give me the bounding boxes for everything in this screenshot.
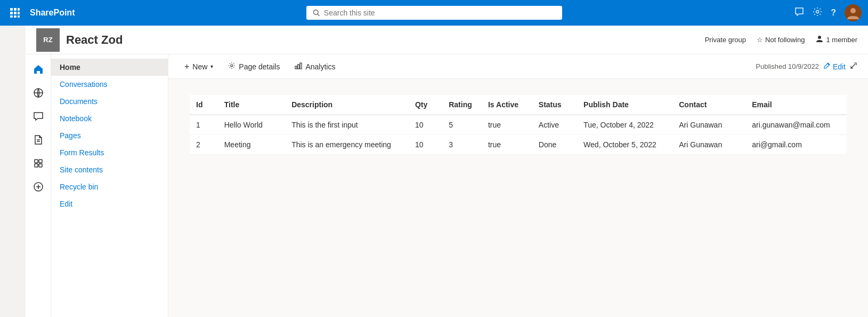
left-nav: Home Conversations Documents Notebook Pa…: [51, 54, 168, 317]
col-header-email: Email: [745, 95, 847, 115]
person-icon: [815, 35, 824, 45]
pencil-icon: [823, 62, 831, 71]
analytics-button[interactable]: Analytics: [289, 59, 340, 74]
page-toolbar: + New ▾ Page details: [168, 54, 868, 79]
table-row: 1Hello WorldThis is the first input105tr…: [190, 115, 847, 135]
svg-rect-19: [39, 160, 42, 163]
left-rail: [26, 54, 51, 317]
avatar[interactable]: [845, 4, 862, 21]
not-following-label: Not following: [765, 36, 805, 44]
private-group-label: Private group: [705, 36, 746, 44]
edit-label: Edit: [833, 62, 846, 71]
col-header-rating: Rating: [442, 95, 482, 115]
site-meta: Private group ☆ Not following 1 member: [705, 35, 857, 45]
nav-item-home[interactable]: Home: [51, 59, 168, 76]
svg-rect-5: [18, 12, 20, 14]
rail-layers-icon[interactable]: [28, 153, 49, 174]
data-table: Id Title Description Qty Rating Is Activ…: [190, 95, 847, 155]
col-header-qty: Qty: [409, 95, 442, 115]
content-area: Home Conversations Documents Notebook Pa…: [26, 54, 868, 317]
svg-rect-3: [10, 12, 13, 14]
svg-rect-8: [18, 15, 20, 18]
top-bar: SharePoint ?: [0, 0, 868, 26]
grid-icon[interactable]: [6, 8, 23, 18]
site-title: React Zod: [66, 33, 123, 47]
nav-item-recycle-bin[interactable]: Recycle bin: [51, 178, 168, 195]
page-content: + New ▾ Page details: [168, 54, 868, 317]
search-bar[interactable]: [306, 6, 562, 20]
svg-line-10: [318, 14, 319, 15]
svg-rect-28: [300, 63, 302, 69]
col-header-title: Title: [218, 95, 285, 115]
member-count[interactable]: 1 member: [815, 35, 857, 45]
plus-icon: +: [184, 62, 189, 72]
svg-point-25: [231, 65, 233, 67]
svg-rect-7: [14, 15, 17, 18]
new-button[interactable]: + New ▾: [179, 59, 218, 75]
nav-item-notebook[interactable]: Notebook: [51, 110, 168, 127]
svg-rect-21: [39, 164, 42, 167]
app-logo: SharePoint: [30, 8, 75, 18]
nav-item-documents[interactable]: Documents: [51, 93, 168, 110]
site-header: RZ React Zod Private group ☆ Not followi…: [26, 26, 868, 54]
svg-point-14: [818, 36, 821, 39]
rail-globe-icon[interactable]: [28, 82, 49, 104]
not-following-button[interactable]: ☆ Not following: [757, 36, 805, 44]
expand-button[interactable]: [850, 62, 857, 72]
col-header-contact: Contact: [672, 95, 745, 115]
nav-item-site-contents[interactable]: Site contents: [51, 161, 168, 178]
svg-rect-18: [35, 160, 38, 163]
svg-rect-0: [10, 8, 13, 11]
rail-home-icon[interactable]: [28, 59, 49, 80]
page-details-button[interactable]: Page details: [223, 59, 285, 74]
svg-rect-1: [14, 8, 17, 11]
rail-document-icon[interactable]: [28, 129, 49, 150]
svg-rect-26: [295, 66, 297, 69]
gear-icon: [228, 62, 236, 71]
col-header-id: Id: [190, 95, 218, 115]
svg-rect-2: [18, 8, 20, 11]
svg-rect-20: [35, 164, 38, 167]
star-icon: ☆: [757, 36, 763, 44]
svg-point-13: [850, 8, 856, 13]
nav-item-edit[interactable]: Edit: [51, 195, 168, 212]
nav-item-form-results[interactable]: Form Results: [51, 144, 168, 161]
col-header-publish-date: Publish Date: [577, 95, 672, 115]
svg-point-9: [313, 10, 318, 15]
svg-rect-6: [10, 15, 13, 18]
analytics-label: Analytics: [305, 62, 335, 71]
col-header-isactive: Is Active: [482, 95, 532, 115]
table-row: 2MeetingThis is an emergency meeting103t…: [190, 135, 847, 155]
rail-plus-icon[interactable]: [28, 176, 49, 197]
search-icon: [313, 9, 320, 17]
site-logo: RZ: [36, 28, 60, 52]
col-header-status: Status: [532, 95, 577, 115]
nav-item-pages[interactable]: Pages: [51, 127, 168, 144]
new-label: New: [192, 62, 207, 71]
dropdown-icon: ▾: [210, 64, 213, 69]
comment-icon[interactable]: [794, 7, 804, 19]
svg-rect-4: [14, 12, 17, 14]
search-input[interactable]: [324, 9, 556, 17]
rail-chat-icon[interactable]: [28, 106, 49, 127]
svg-rect-27: [298, 65, 299, 69]
member-count-label: 1 member: [826, 36, 857, 44]
analytics-icon: [295, 62, 302, 71]
page-details-label: Page details: [239, 62, 280, 71]
toolbar-right: Published 10/9/2022 Edit: [756, 62, 857, 72]
svg-point-11: [816, 10, 819, 13]
top-bar-right: ?: [794, 4, 862, 21]
data-table-container: Id Title Description Qty Rating Is Activ…: [168, 79, 868, 317]
settings-icon[interactable]: [813, 7, 822, 19]
edit-button[interactable]: Edit: [823, 62, 846, 71]
help-icon[interactable]: ?: [831, 8, 836, 18]
col-header-description: Description: [285, 95, 409, 115]
nav-item-conversations[interactable]: Conversations: [51, 76, 168, 93]
published-date: Published 10/9/2022: [756, 62, 819, 70]
